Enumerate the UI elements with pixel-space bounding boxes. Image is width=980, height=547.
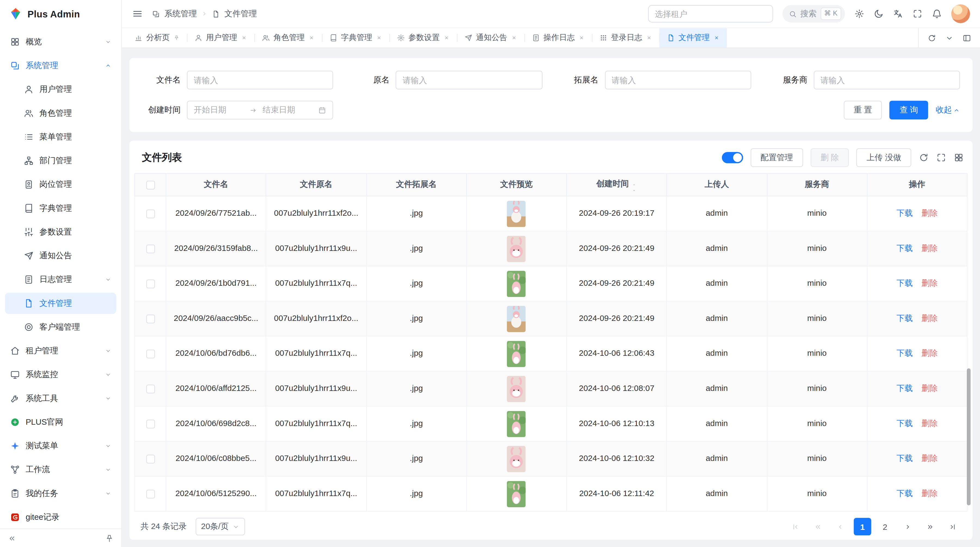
sidebar-item-dept-management[interactable]: 部门管理 bbox=[5, 150, 116, 171]
delete-link[interactable]: 删除 bbox=[921, 244, 938, 253]
date-range-picker[interactable]: 开始日期 结束日期 bbox=[187, 101, 333, 120]
refresh-tabs-icon[interactable] bbox=[928, 33, 936, 42]
sidebar-item-file-management[interactable]: 文件管理 bbox=[5, 293, 116, 314]
download-link[interactable]: 下载 bbox=[896, 349, 913, 358]
row-checkbox[interactable] bbox=[146, 209, 154, 218]
sidebar-item-dict-management[interactable]: 字典管理 bbox=[5, 198, 116, 219]
column-header[interactable]: 文件原名 bbox=[266, 174, 366, 196]
last-page-button[interactable] bbox=[944, 518, 961, 535]
layout-toggle-icon[interactable] bbox=[963, 33, 971, 42]
sidebar-item-my-tasks[interactable]: 我的任务 bbox=[5, 483, 116, 504]
column-header[interactable]: 文件名 bbox=[166, 174, 266, 196]
sidebar-item-tenant-management[interactable]: 租户管理 bbox=[5, 340, 116, 362]
query-button[interactable]: 查 询 bbox=[889, 101, 928, 120]
close-icon[interactable] bbox=[376, 35, 382, 41]
delete-link[interactable]: 删除 bbox=[921, 349, 938, 358]
preview-image[interactable] bbox=[507, 235, 526, 262]
sidebar-item-overview[interactable]: 概览 bbox=[5, 31, 116, 53]
preview-image[interactable] bbox=[507, 341, 526, 367]
tab-notice-announcement[interactable]: 通知公告 bbox=[457, 28, 524, 48]
sidebar-item-test-menu[interactable]: 测试菜单 bbox=[5, 435, 116, 456]
fullscreen-icon[interactable] bbox=[913, 9, 923, 19]
filter-input-provider[interactable] bbox=[814, 70, 960, 89]
preview-image[interactable] bbox=[507, 446, 526, 472]
global-search-button[interactable]: 搜索 ⌘ K bbox=[783, 5, 845, 22]
sidebar-item-system-monitor[interactable]: 系统监控 bbox=[5, 364, 116, 385]
delete-link[interactable]: 删除 bbox=[921, 314, 938, 323]
avatar[interactable] bbox=[951, 4, 970, 23]
expand-table-icon[interactable] bbox=[936, 153, 946, 163]
gear-icon[interactable] bbox=[854, 9, 864, 19]
download-link[interactable]: 下载 bbox=[896, 384, 913, 393]
download-link[interactable]: 下载 bbox=[896, 279, 913, 288]
row-checkbox[interactable] bbox=[146, 455, 154, 463]
sidebar-item-gitee-log[interactable]: gitee记录 bbox=[5, 507, 116, 528]
collapse-sidebar-icon[interactable] bbox=[8, 534, 16, 543]
delete-link[interactable]: 删除 bbox=[921, 454, 938, 463]
page-size-select[interactable]: 20条/页 bbox=[196, 518, 245, 535]
preview-image[interactable] bbox=[507, 306, 526, 332]
scrollbar-thumb[interactable] bbox=[967, 368, 971, 506]
pin-sidebar-icon[interactable] bbox=[105, 534, 114, 543]
filter-input-file-name[interactable] bbox=[187, 70, 333, 89]
breadcrumb-item-file[interactable]: 文件管理 bbox=[224, 8, 257, 20]
translate-icon[interactable] bbox=[893, 9, 903, 19]
download-link[interactable]: 下载 bbox=[896, 419, 913, 428]
reset-button[interactable]: 重 置 bbox=[844, 101, 882, 120]
preview-image[interactable] bbox=[507, 271, 526, 297]
config-management-button[interactable]: 配置管理 bbox=[751, 148, 803, 167]
close-icon[interactable] bbox=[241, 35, 247, 41]
download-link[interactable]: 下载 bbox=[896, 454, 913, 463]
column-header[interactable]: 服务商 bbox=[767, 174, 867, 196]
sidebar-item-log-management[interactable]: 日志管理 bbox=[5, 269, 116, 290]
row-checkbox[interactable] bbox=[146, 419, 154, 428]
preview-image[interactable] bbox=[507, 410, 526, 437]
column-header[interactable]: 操作 bbox=[867, 174, 967, 196]
first-page-button[interactable] bbox=[786, 518, 803, 535]
tab-user-management[interactable]: 用户管理 bbox=[186, 28, 254, 48]
row-checkbox[interactable] bbox=[146, 349, 154, 358]
delete-link[interactable]: 删除 bbox=[921, 489, 938, 498]
close-icon[interactable] bbox=[579, 35, 584, 41]
preview-image[interactable] bbox=[507, 480, 526, 507]
prev-group-button[interactable] bbox=[809, 518, 826, 535]
sidebar-item-role-management[interactable]: 角色管理 bbox=[5, 103, 116, 124]
column-header[interactable]: 文件预览 bbox=[466, 174, 566, 196]
select-all-checkbox[interactable] bbox=[146, 180, 154, 189]
column-header[interactable]: 文件拓展名 bbox=[366, 174, 466, 196]
upload-button[interactable]: 上传 没做 bbox=[856, 148, 911, 167]
filter-input-original-name[interactable] bbox=[396, 70, 542, 89]
prev-page-button[interactable] bbox=[831, 518, 849, 535]
table-scrollbar[interactable] bbox=[967, 197, 971, 508]
column-header[interactable]: 创建时间 bbox=[566, 174, 667, 196]
app-logo[interactable]: Plus Admin bbox=[0, 0, 121, 27]
bell-icon[interactable] bbox=[932, 9, 942, 19]
sidebar-item-menu-management[interactable]: 菜单管理 bbox=[5, 126, 116, 148]
column-settings-icon[interactable] bbox=[954, 153, 964, 163]
preview-image[interactable] bbox=[507, 201, 526, 226]
sidebar-item-post-management[interactable]: 岗位管理 bbox=[5, 174, 116, 195]
sidebar-item-notice-announcement[interactable]: 通知公告 bbox=[5, 245, 116, 266]
column-header[interactable]: 上传人 bbox=[667, 174, 767, 196]
close-icon[interactable] bbox=[713, 35, 719, 41]
page-button-1[interactable]: 1 bbox=[854, 518, 871, 535]
moon-icon[interactable] bbox=[874, 9, 884, 19]
row-checkbox[interactable] bbox=[146, 315, 154, 323]
row-checkbox[interactable] bbox=[146, 384, 154, 393]
tab-analysis[interactable]: 分析页 bbox=[127, 28, 186, 48]
close-icon[interactable] bbox=[309, 35, 314, 41]
tab-role-management[interactable]: 角色管理 bbox=[254, 28, 321, 48]
sort-icons[interactable] bbox=[631, 183, 637, 192]
next-page-button[interactable] bbox=[899, 518, 916, 535]
tab-login-log[interactable]: 登录日志 bbox=[592, 28, 659, 48]
tenant-select-input[interactable] bbox=[648, 5, 773, 22]
tab-file-management[interactable]: 文件管理 bbox=[659, 28, 727, 48]
sidebar-item-system-management[interactable]: 系统管理 bbox=[5, 55, 116, 76]
sidebar-item-client-management[interactable]: 客户端管理 bbox=[5, 317, 116, 338]
batch-delete-button[interactable]: 删 除 bbox=[810, 148, 849, 167]
download-link[interactable]: 下载 bbox=[896, 489, 913, 498]
sidebar-item-workflow[interactable]: 工作流 bbox=[5, 459, 116, 480]
breadcrumb-item-system[interactable]: 系统管理 bbox=[164, 8, 197, 20]
tab-dict-management[interactable]: 字典管理 bbox=[321, 28, 389, 48]
filter-input-extension[interactable] bbox=[605, 70, 751, 89]
